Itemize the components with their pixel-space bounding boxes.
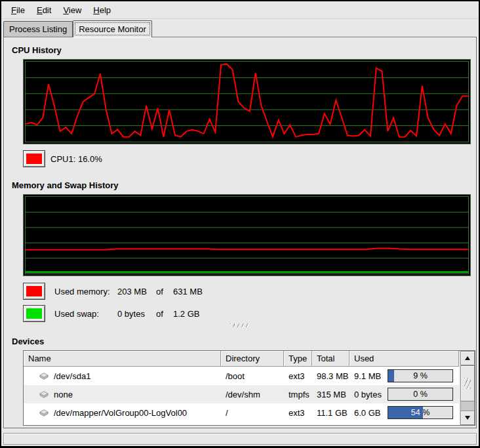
menu-edit[interactable]: Edit [31,3,57,18]
menu-file[interactable]: File [5,3,31,18]
device-name: /dev/sda1 [54,371,90,381]
device-directory: / [221,408,284,418]
device-used: 6.0 GB [354,408,388,418]
menu-view[interactable]: View [57,3,87,18]
device-total: 98.3 MB [312,371,350,381]
memory-history-title: Memory and Swap History [12,180,471,190]
device-directory: /boot [221,371,284,381]
memory-legend-row: Used memory: 203 MB of 631 MB [23,283,471,300]
progress-fill: 9 % [388,370,394,382]
swap-of-label: of [156,309,173,319]
progress-fill: 54 % [388,407,423,418]
device-type: ext3 [284,371,312,381]
paned-resize-grip[interactable] [9,323,471,329]
device-type: tmpfs [284,390,312,399]
column-header-name[interactable]: Name [24,351,221,367]
memory-legend-label: Used memory: [54,287,117,296]
devices-table: Name Directory Type Total Used /dev/sda1… [23,350,475,426]
scrollbar-thumb[interactable] [460,365,475,401]
devices-table-header: Name Directory Type Total Used [24,351,459,367]
device-type: ext3 [284,408,312,418]
column-header-type[interactable]: Type [284,351,312,367]
status-bar [3,433,477,445]
cpu-legend-row: CPU1: 16.0% [23,150,471,167]
swap-total-value: 1.2 GB [173,309,199,319]
devices-table-body: Name Directory Type Total Used /dev/sda1… [24,351,459,425]
notebook-tabs: Process Listing Resource Monitor [1,19,479,37]
tab-process-listing[interactable]: Process Listing [3,21,73,37]
swap-legend-row: Used swap: 0 bytes of 1.2 GB [23,305,471,322]
resource-monitor-page: CPU History CPU1: 16.0% Memory and Swap … [3,37,477,428]
swap-used-value: 0 bytes [117,309,156,319]
cpu-history-title: CPU History [12,45,471,55]
swap-legend-label: Used swap: [54,309,117,319]
table-row[interactable]: /dev/sda1 /boot ext3 98.3 MB 9.1 MB 9 % … [24,367,459,385]
cpu-color-button[interactable] [23,150,45,167]
scroll-up-button[interactable] [460,351,475,365]
used-progress-bar: 0 % 0 % [388,388,453,401]
memory-color-button[interactable] [23,283,45,300]
table-row[interactable]: /dev/mapper/VolGroup00-LogVol00 / ext3 1… [24,403,459,422]
device-name: /dev/mapper/VolGroup00-LogVol00 [54,408,187,418]
device-used: 9.1 MB [354,371,388,381]
grip-marks-icon [230,323,250,327]
device-total: 315 MB [312,390,350,399]
memory-swap-graph [23,194,471,276]
swap-color-button[interactable] [23,305,45,322]
menu-help[interactable]: Help [87,3,117,18]
disk-icon [38,408,50,417]
cpu-legend-label: CPU1: 16.0% [50,154,102,164]
cpu-color-swatch [26,153,42,164]
disk-icon [38,371,50,380]
arrow-down-icon [465,416,470,420]
device-name: none [54,390,73,399]
memory-color-swatch [26,286,42,296]
memory-used-value: 203 MB [117,287,156,296]
arrow-up-icon [465,356,470,360]
column-header-total[interactable]: Total [312,351,350,367]
table-row[interactable]: none /dev/shm tmpfs 315 MB 0 bytes 0 % 0… [24,385,459,403]
menu-bar: File Edit View Help [1,1,479,19]
swap-color-swatch [26,308,42,319]
used-progress-bar: 54 % 54 % [388,406,453,419]
system-monitor-window: File Edit View Help Process Listing Reso… [1,1,479,446]
devices-title: Devices [12,336,471,346]
memory-total-value: 631 MB [173,287,203,296]
vertical-scrollbar[interactable] [460,351,475,425]
scroll-down-button[interactable] [460,411,475,425]
device-total: 11.1 GB [312,408,350,418]
cpu-history-graph [23,59,471,144]
scrollbar-trough[interactable] [460,401,475,411]
memory-of-label: of [156,287,173,296]
column-header-directory[interactable]: Directory [221,351,284,367]
tab-resource-monitor[interactable]: Resource Monitor [73,20,152,37]
device-used: 0 bytes [354,390,388,399]
disk-icon [38,390,50,399]
device-directory: /dev/shm [221,390,284,399]
column-header-used[interactable]: Used [350,351,459,367]
thumb-grip-icon [464,378,471,389]
used-progress-bar: 9 % 9 % [388,369,453,382]
